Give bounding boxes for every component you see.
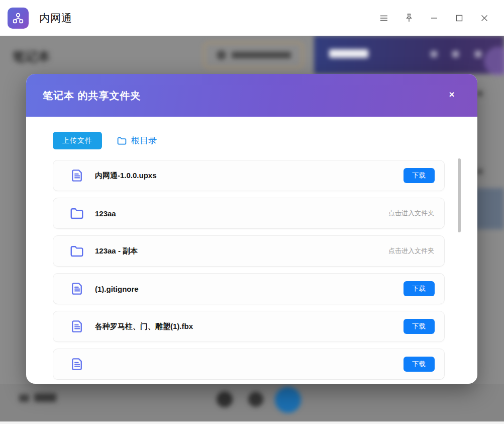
file-name: 各种罗马柱、门、雕塑(1).fbx xyxy=(95,322,193,331)
window-controls xyxy=(371,0,497,36)
file-name: 123aa xyxy=(95,209,116,218)
background-bottom-bar xyxy=(0,384,504,421)
file-icon xyxy=(69,168,84,183)
file-row: 下载 xyxy=(53,349,445,380)
background-input-text-blob xyxy=(34,393,56,402)
background-button-icon xyxy=(217,50,226,60)
upload-file-button[interactable]: 上传文件 xyxy=(53,132,102,149)
download-button[interactable]: 下载 xyxy=(404,281,435,296)
download-button[interactable]: 下载 xyxy=(404,168,435,183)
enter-folder-hint: 点击进入文件夹 xyxy=(388,246,434,256)
background-header-icon xyxy=(452,51,459,57)
menu-icon[interactable] xyxy=(371,7,396,29)
file-row: 内网通-1.0.0.upxs 下载 xyxy=(53,160,445,191)
file-name: 123aa - 副本 xyxy=(95,246,138,256)
background-tool-icon xyxy=(248,392,263,407)
background-tool-icon xyxy=(217,391,233,407)
background-gold-button xyxy=(204,42,303,68)
folder-icon xyxy=(69,206,84,221)
breadcrumb-label: 根目录 xyxy=(131,135,157,146)
file-row[interactable]: 123aa - 副本 点击进入文件夹 xyxy=(53,235,445,267)
background-bottom-strip xyxy=(0,421,504,424)
background-send-button xyxy=(275,387,301,413)
background-side-dot xyxy=(477,91,482,96)
app-title: 内网通 xyxy=(39,11,72,25)
file-icon xyxy=(69,319,84,334)
modal-close-icon[interactable]: × xyxy=(445,88,458,101)
modal-body: 上传文件 根目录 内网通-1.0.0.upxs 下载 xyxy=(26,117,477,380)
network-icon xyxy=(12,12,25,25)
file-icon xyxy=(69,281,84,296)
background-button-text-blob xyxy=(232,52,291,58)
scrollbar-thumb[interactable] xyxy=(458,158,461,232)
app-logo xyxy=(8,8,29,29)
enter-folder-hint: 点击进入文件夹 xyxy=(388,209,434,218)
file-row: 各种罗马柱、门、雕塑(1).fbx 下载 xyxy=(53,311,445,342)
folder-icon xyxy=(117,135,127,146)
background-header-text-blob xyxy=(329,49,368,58)
modal-title: 笔记本 的共享文件夹 xyxy=(43,89,141,103)
file-row[interactable]: 123aa 点击进入文件夹 xyxy=(53,198,445,229)
maximize-button[interactable] xyxy=(447,7,472,29)
folder-icon xyxy=(69,243,84,259)
file-icon xyxy=(69,357,84,372)
background-input-text-blob xyxy=(19,394,29,402)
background-page-title: 笔记本 xyxy=(13,48,50,65)
file-name: (1).gitignore xyxy=(95,285,139,293)
download-button[interactable]: 下载 xyxy=(404,357,435,372)
breadcrumb-root[interactable]: 根目录 xyxy=(117,135,157,146)
background-side-dot xyxy=(477,169,482,174)
minimize-button[interactable] xyxy=(422,7,447,29)
background-header-icon xyxy=(431,51,437,57)
download-button[interactable]: 下载 xyxy=(404,319,435,334)
pin-icon[interactable] xyxy=(396,7,422,29)
background-glow xyxy=(484,47,504,76)
file-name: 内网通-1.0.0.upxs xyxy=(95,171,157,181)
file-list: 内网通-1.0.0.upxs 下载 123aa 点击进入文件夹 xyxy=(53,160,445,380)
background-side-panel xyxy=(474,188,504,229)
background-header-icon xyxy=(475,51,481,57)
app-window: 内网通 笔记本 xyxy=(0,0,504,424)
shared-folder-modal: 笔记本 的共享文件夹 × 上传文件 根目录 xyxy=(26,74,477,384)
titlebar: 内网通 xyxy=(0,0,504,36)
file-row: (1).gitignore 下载 xyxy=(53,273,445,304)
close-button[interactable] xyxy=(472,7,497,29)
background-purple-header xyxy=(314,36,504,74)
modal-header: 笔记本 的共享文件夹 × xyxy=(26,74,477,117)
modal-toolbar: 上传文件 根目录 xyxy=(53,132,477,149)
